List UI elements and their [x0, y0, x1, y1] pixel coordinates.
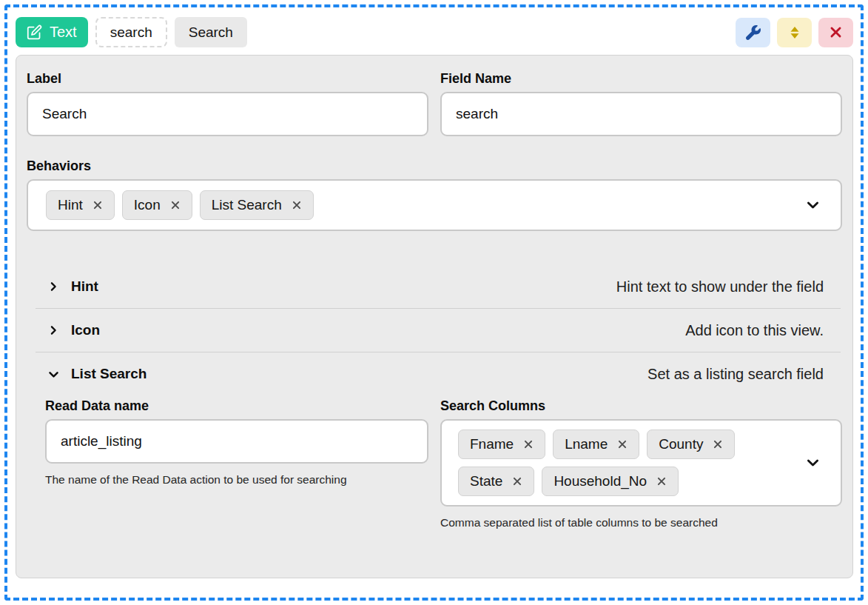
- remove-tag-icon[interactable]: [713, 439, 723, 449]
- behaviors-group: Behaviors Hint Icon List Search: [27, 158, 842, 231]
- read-data-input[interactable]: [45, 419, 428, 464]
- behavior-tag: List Search: [200, 190, 314, 220]
- search-column-tag: State: [458, 467, 534, 496]
- field-label-chip[interactable]: Search: [175, 17, 247, 47]
- edit-icon: [27, 24, 42, 40]
- selected-element-outline: Text search Search: [4, 4, 864, 601]
- remove-tag-icon[interactable]: [617, 439, 628, 449]
- field-name-chip[interactable]: search: [95, 17, 167, 47]
- chevron-down-icon: [805, 198, 821, 213]
- field-type-button[interactable]: Text: [16, 17, 88, 47]
- label-field-label: Label: [27, 71, 428, 87]
- behaviors-accordion: Hint Hint text to show under the field I…: [27, 265, 842, 529]
- reorder-button[interactable]: [777, 18, 812, 47]
- search-column-tag: Household_No: [542, 467, 679, 496]
- field-properties-panel: Label Field Name Behaviors Hint Icon: [16, 55, 853, 578]
- accordion-row-list-search[interactable]: List Search Set as a listing search fiel…: [27, 352, 842, 395]
- chevron-down-icon: [48, 369, 59, 380]
- search-column-tag: Fname: [458, 429, 545, 459]
- field-header-bar: Text search Search: [16, 17, 853, 47]
- chevron-down-icon: [805, 455, 821, 471]
- field-identity-group: Text search Search: [16, 17, 247, 47]
- chevron-right-icon: [48, 281, 59, 292]
- tag-label: State: [470, 473, 502, 489]
- tag-label: Icon: [134, 197, 161, 213]
- behaviors-label: Behaviors: [27, 158, 842, 174]
- remove-tag-icon[interactable]: [292, 200, 302, 210]
- remove-tag-icon[interactable]: [92, 200, 103, 210]
- search-columns-label: Search Columns: [440, 398, 842, 414]
- behaviors-select[interactable]: Hint Icon List Search: [27, 179, 842, 231]
- read-data-help-text: The name of the Read Data action to be u…: [45, 473, 428, 487]
- accordion-description: Add icon to this view.: [685, 322, 824, 339]
- tag-label: Fname: [470, 436, 514, 452]
- behavior-tag: Hint: [46, 190, 115, 220]
- accordion-row-icon[interactable]: Icon Add icon to this view.: [27, 309, 842, 352]
- search-columns-group: Search Columns Fname Lname County: [440, 398, 842, 529]
- remove-tag-icon[interactable]: [170, 200, 181, 210]
- search-column-tag: County: [647, 429, 735, 459]
- field-type-label: Text: [50, 24, 77, 41]
- search-columns-help-text: Comma separated list of table columns to…: [440, 516, 842, 529]
- search-columns-select[interactable]: Fname Lname County State: [440, 419, 842, 507]
- tag-label: Hint: [58, 197, 83, 213]
- behavior-tag: Icon: [122, 190, 192, 220]
- label-field-group: Label: [27, 65, 428, 136]
- field-name-input[interactable]: [440, 92, 842, 136]
- tag-label: Lname: [565, 436, 608, 452]
- remove-tag-icon[interactable]: [523, 439, 534, 449]
- accordion-description: Hint text to show under the field: [616, 278, 824, 295]
- remove-tag-icon[interactable]: [656, 476, 667, 487]
- field-actions-group: [736, 18, 853, 47]
- accordion-description: Set as a listing search field: [647, 366, 824, 383]
- delete-button[interactable]: [818, 18, 853, 47]
- search-column-tag: Lname: [553, 429, 639, 459]
- field-name-group: Field Name: [440, 65, 842, 136]
- settings-button[interactable]: [736, 18, 770, 47]
- tag-label: List Search: [212, 197, 282, 213]
- accordion-row-hint[interactable]: Hint Hint text to show under the field: [27, 265, 842, 308]
- read-data-group: Read Data name The name of the Read Data…: [27, 398, 428, 529]
- wrench-icon: [746, 25, 761, 40]
- tag-label: County: [659, 436, 703, 452]
- tag-label: Household_No: [554, 473, 647, 489]
- remove-tag-icon[interactable]: [512, 476, 522, 487]
- list-search-settings: Read Data name The name of the Read Data…: [27, 398, 842, 529]
- accordion-title: Icon: [71, 322, 100, 338]
- chevron-right-icon: [48, 325, 59, 335]
- label-input[interactable]: [27, 92, 428, 136]
- read-data-label: Read Data name: [45, 398, 428, 414]
- close-icon: [829, 25, 843, 39]
- accordion-title: List Search: [71, 366, 147, 382]
- accordion-title: Hint: [71, 278, 98, 295]
- sort-up-down-icon: [787, 25, 802, 40]
- field-name-label: Field Name: [440, 71, 842, 87]
